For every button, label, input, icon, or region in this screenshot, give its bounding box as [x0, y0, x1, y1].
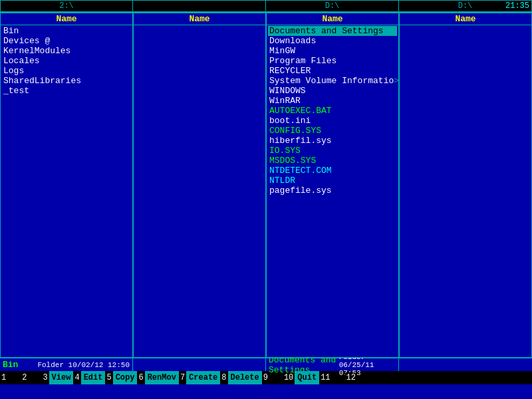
list-item[interactable]: Documents and Settings: [268, 26, 397, 36]
funckey-1: 1: [0, 371, 21, 384]
funckey-8[interactable]: 8Delete: [220, 371, 261, 384]
middle-status: [133, 358, 266, 371]
left-path-label: 2:\: [59, 1, 74, 11]
list-item[interactable]: RECYCLER: [268, 66, 397, 76]
farright-status: [399, 358, 532, 371]
list-item[interactable]: Program Files: [268, 56, 397, 66]
farright-panel-content: [400, 25, 531, 357]
middle-panel-path: [133, 0, 266, 12]
list-item[interactable]: CONFIG.SYS: [268, 126, 397, 136]
list-item[interactable]: _test: [2, 86, 131, 96]
funckey-label-3[interactable]: View: [49, 371, 74, 384]
list-item[interactable]: hiberfil.sys: [268, 136, 397, 146]
funckey-num-2: 2: [21, 373, 28, 382]
list-item[interactable]: Logs: [2, 66, 131, 76]
funckey-num-10: 10: [283, 373, 295, 382]
funckey-10[interactable]: 10Quit: [283, 371, 319, 384]
list-item[interactable]: Locales: [2, 56, 131, 66]
list-item[interactable]: IO.SYS: [268, 146, 397, 156]
list-item[interactable]: NTLDR: [268, 176, 397, 186]
right-panel-path: D:\: [266, 0, 399, 12]
funckey-num-11: 11: [319, 373, 331, 382]
funckey-11: 11: [319, 371, 344, 384]
funckey-num-5: 5: [105, 373, 112, 382]
farright-panel-header: Name: [400, 13, 531, 25]
funckey-num-6: 6: [137, 373, 144, 382]
funckey-num-4: 4: [73, 373, 80, 382]
list-item[interactable]: SharedLibraries: [2, 76, 131, 86]
funckey-label-8[interactable]: Delete: [228, 371, 262, 384]
list-item[interactable]: Downloads: [268, 36, 397, 46]
status-bar: Bin Folder 10/02/12 12:50 Documents and …: [0, 358, 532, 371]
left-status-info: Folder 10/02/12 12:50: [37, 361, 130, 369]
list-item[interactable]: MinGW: [268, 46, 397, 56]
funckey-5[interactable]: 5Copy: [105, 371, 137, 384]
funckey-label-5[interactable]: Copy: [113, 371, 138, 384]
left-panel-header: Name: [1, 13, 132, 25]
right-panel-content: Documents and SettingsDownloadsMinGWProg…: [267, 25, 398, 357]
funckey-num-9: 9: [262, 373, 269, 382]
list-item[interactable]: AUTOEXEC.BAT: [268, 106, 397, 116]
funckey-2: 2: [21, 371, 41, 384]
funckey-9: 9: [262, 371, 283, 384]
farright-panel: Name: [399, 13, 532, 358]
list-item[interactable]: KernelModules: [2, 46, 131, 56]
right-panel-header: Name: [267, 13, 398, 25]
list-item[interactable]: MSDOS.SYS: [268, 156, 397, 166]
funckey-label-7[interactable]: Create: [186, 371, 220, 384]
left-panel-path: 2:\: [0, 0, 133, 12]
left-status: Bin Folder 10/02/12 12:50: [0, 358, 133, 371]
funckey-12: 12: [345, 371, 370, 384]
right-panel: Name Documents and SettingsDownloadsMinG…: [266, 13, 399, 358]
list-item[interactable]: WinRAR: [268, 96, 397, 106]
funckey-num-8: 8: [220, 373, 227, 382]
clock: 21:35: [505, 0, 529, 12]
funckey-bar: 1 2 3View4Edit5Copy6RenMov7Create8Delete…: [0, 371, 532, 384]
list-item[interactable]: Devices @: [2, 36, 131, 46]
funckey-num-12: 12: [345, 373, 357, 382]
funckey-6[interactable]: 6RenMov: [137, 371, 178, 384]
middle-panel-header: Name: [134, 13, 265, 25]
right-status: Documents and Settings Folder 06/25/11 0…: [266, 358, 399, 371]
farright-path-label: D:\: [458, 1, 473, 11]
funckey-label-6[interactable]: RenMov: [145, 371, 179, 384]
list-item[interactable]: boot.ini: [268, 116, 397, 126]
list-item[interactable]: WINDOWS: [268, 86, 397, 96]
funckey-label-10[interactable]: Quit: [295, 371, 319, 384]
funckey-num-3: 3: [41, 373, 49, 382]
left-panel: Name BinDevices @KernelModulesLocalesLog…: [0, 13, 133, 358]
list-item[interactable]: System Volume Informatio>: [268, 76, 397, 86]
left-panel-content: BinDevices @KernelModulesLocalesLogsShar…: [1, 25, 132, 357]
funckey-num-7: 7: [179, 373, 186, 382]
list-item[interactable]: NTDETECT.COM: [268, 166, 397, 176]
funckey-num-1: 1: [0, 373, 7, 382]
funckey-7[interactable]: 7Create: [179, 371, 220, 384]
middle-panel: Name: [133, 13, 266, 358]
left-status-name: Bin: [3, 360, 18, 370]
funckey-3[interactable]: 3View: [41, 371, 73, 384]
funckey-4[interactable]: 4Edit: [73, 371, 105, 384]
list-item[interactable]: pagefile.sys: [268, 186, 397, 196]
list-item[interactable]: Bin: [2, 26, 131, 36]
funckey-label-4[interactable]: Edit: [81, 371, 106, 384]
farright-panel-path: D:\ 21:35: [399, 0, 532, 12]
middle-panel-content: [134, 25, 265, 357]
right-path-label: D:\: [325, 1, 340, 11]
